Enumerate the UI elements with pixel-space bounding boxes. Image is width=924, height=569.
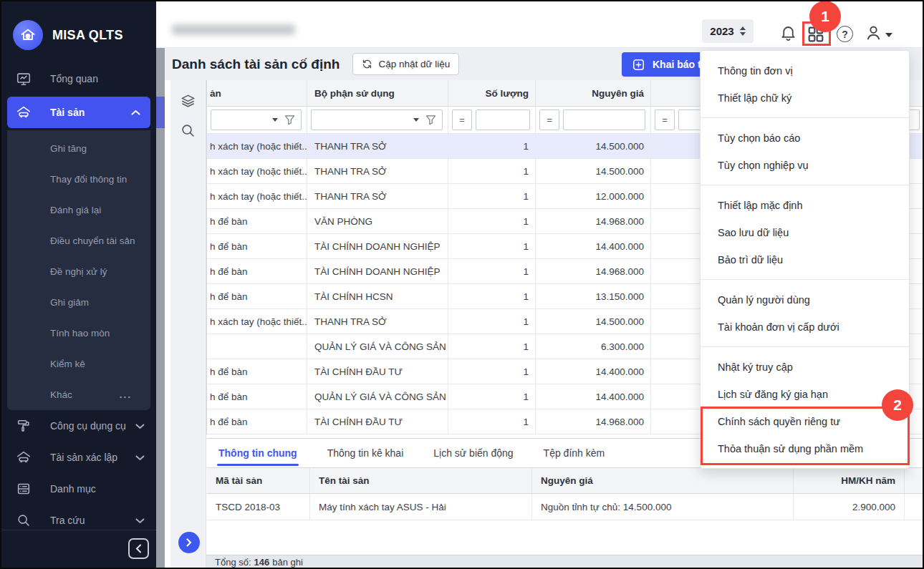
cell-department[interactable]: THANH TRA SỞ [307, 309, 448, 334]
submenu-item-danh-gia-lai[interactable]: Đánh giá lại [7, 195, 150, 225]
menu-item-sao-luu-du-lieu[interactable]: Sao lưu dữ liệu [701, 219, 909, 246]
cell-asset-name[interactable]: h xách tay (hoặc thiết... [207, 159, 307, 184]
cell-quantity[interactable]: 1 [448, 384, 536, 409]
funnel-icon[interactable] [284, 115, 295, 125]
cell-asset-name[interactable]: h để bàn [207, 359, 307, 384]
cell-asset-name[interactable]: h để bàn [207, 234, 307, 259]
sidebar-collapse-button[interactable] [128, 538, 149, 559]
fiscal-year-selector[interactable]: 2023 [702, 19, 754, 43]
cell-asset-name[interactable]: h xách tay (hoặc thiết... [207, 309, 307, 334]
col-header-cost[interactable]: Nguyên giá [536, 80, 651, 107]
cell-asset-name[interactable]: h để bàn [207, 409, 307, 434]
cell-quantity[interactable]: 1 [448, 159, 536, 184]
tab-lich-su-bien-dong[interactable]: Lịch sử biến động [433, 447, 513, 459]
menu-item-thoa-thuan-su-dung-phan-mem[interactable]: Thỏa thuận sử dụng phần mềm [701, 435, 909, 462]
cell-cost[interactable]: 14.400.000 [536, 384, 651, 409]
submenu-item-dieu-chuyen-tai-san[interactable]: Điều chuyển tài sản [7, 225, 150, 256]
layers-icon[interactable] [180, 93, 196, 110]
cell-cost[interactable]: 14.968.000 [536, 209, 651, 234]
cell-cost[interactable]: 14.400.000 [536, 234, 651, 259]
detail-cell-asset-name[interactable]: Máy tính xách tay ASUS - Hải [310, 494, 532, 520]
cell-department[interactable]: VĂN PHÒNG [307, 209, 448, 234]
user-menu-caret-icon[interactable] [885, 33, 892, 37]
menu-item-nhat-ky-truy-cap[interactable]: Nhật ký truy cập [701, 354, 909, 381]
cell-asset-name[interactable]: h xách tay (hoặc thiết... [207, 184, 307, 209]
detail-cell-extra[interactable] [905, 494, 924, 520]
equals-operator[interactable]: = [452, 110, 472, 130]
cell-asset-name[interactable] [207, 334, 307, 359]
sidebar-item-cong-cu-dung-cu[interactable]: Công cụ dụng cụ [1, 410, 156, 442]
cell-quantity[interactable]: 1 [448, 209, 536, 234]
menu-item-tai-khoan-don-vi-cap-duoi[interactable]: Tài khoản đơn vị cấp dưới [701, 313, 909, 341]
cell-department[interactable]: TÀI CHÍNH HCSN [307, 284, 448, 309]
sidebar-item-tra-cuu[interactable]: Tra cứu [1, 505, 156, 536]
submenu-item-de-nghi-xu-ly[interactable]: Đề nghị xử lý [7, 256, 150, 287]
menu-item-chinh-sach-quyen-rieng-tu[interactable]: Chính sách quyền riêng tư [701, 408, 909, 435]
cell-asset-name[interactable]: h để bàn [207, 209, 307, 234]
menu-item-lich-su-dang-ky-gia-han[interactable]: Lịch sử đăng ký gia hạn [701, 381, 909, 408]
col-header-department[interactable]: Bộ phận sử dụng [307, 80, 448, 107]
cell-quantity[interactable]: 1 [448, 184, 536, 209]
notifications-bell-icon[interactable] [779, 23, 797, 42]
user-avatar-icon[interactable] [864, 23, 883, 43]
cell-cost[interactable]: 12.000.000 [536, 184, 651, 209]
help-icon[interactable]: ? [837, 26, 853, 42]
cell-quantity[interactable]: 1 [448, 259, 536, 284]
cell-department[interactable]: TÀI CHÍNH DOANH NGHIỆP [307, 234, 448, 259]
cell-cost[interactable]: 6.300.000 [536, 334, 651, 359]
year-spinner-icon[interactable] [740, 26, 746, 36]
sidebar-item-tai-san[interactable]: Tài sản [7, 97, 150, 128]
cell-cost[interactable]: 14.968.000 [536, 259, 651, 284]
submenu-item-ghi-giam[interactable]: Ghi giảm [7, 287, 150, 318]
filter-input[interactable] [476, 110, 530, 130]
menu-item-quan-ly-nguoi-dung[interactable]: Quản lý người dùng [701, 286, 909, 313]
dropdown-caret-icon[interactable] [413, 118, 419, 122]
submenu-item-thay-doi-thong-tin[interactable]: Thay đổi thông tin [7, 164, 150, 195]
detail-cell-depreciation[interactable]: 2.900.000 [794, 494, 905, 520]
cell-department[interactable]: TÀI CHÍNH ĐẦU TƯ [307, 409, 448, 434]
refresh-data-button[interactable]: Cập nhật dữ liệu [352, 53, 459, 75]
detail-cell-asset-code[interactable]: TSCD 2018-03 [207, 494, 310, 520]
submenu-item-ghi-tang[interactable]: Ghi tăng [7, 133, 150, 164]
submenu-item-khac[interactable]: Khác ... [7, 379, 150, 410]
dropdown-caret-icon[interactable] [272, 118, 278, 122]
cell-asset-name[interactable]: h để bàn [207, 384, 307, 409]
filter-input[interactable] [311, 110, 443, 130]
menu-item-tuy-chon-nghiep-vu[interactable]: Tùy chọn nghiệp vụ [701, 152, 909, 179]
cell-cost[interactable]: 14.500.000 [536, 309, 651, 334]
cell-asset-name[interactable]: h để bàn [207, 284, 307, 309]
cell-quantity[interactable]: 1 [448, 309, 536, 334]
expand-panel-button[interactable] [178, 532, 200, 553]
cell-cost[interactable]: 14.968.000 [536, 409, 651, 434]
cell-department[interactable]: THANH TRA SỞ [307, 184, 448, 209]
cell-asset-name[interactable]: h để bàn [207, 259, 307, 284]
menu-item-thiet-lap-chu-ky[interactable]: Thiết lập chữ ký [701, 84, 909, 112]
cell-quantity[interactable]: 1 [448, 234, 536, 259]
cell-department[interactable]: THANH TRA SỞ [307, 159, 448, 184]
filter-input[interactable] [211, 110, 302, 130]
menu-item-thong-tin-don-vi[interactable]: Thông tin đơn vị [701, 57, 909, 84]
cell-cost[interactable]: 14.500.000 [536, 134, 651, 159]
cell-quantity[interactable]: 1 [448, 409, 536, 434]
submenu-item-kiem-ke[interactable]: Kiểm kê [7, 349, 150, 379]
cell-department[interactable]: THANH TRA SỞ [307, 134, 448, 159]
menu-item-tuy-chon-bao-cao[interactable]: Tùy chọn báo cáo [701, 125, 909, 152]
cell-cost[interactable]: 14.400.000 [536, 359, 651, 384]
cell-department[interactable]: TÀI CHÍNH DOANH NGHIỆP [307, 259, 448, 284]
equals-operator[interactable]: = [539, 110, 559, 130]
cell-asset-name[interactable]: h xách tay (hoặc thiết... [207, 134, 307, 159]
detail-data-row[interactable]: TSCD 2018-03 Máy tính xách tay ASUS - Hả… [207, 494, 924, 520]
filter-input[interactable] [563, 110, 645, 130]
sidebar-item-tai-san-xac-lap[interactable]: Tài sản xác lập [1, 442, 156, 473]
cell-cost[interactable]: 14.500.000 [536, 159, 651, 184]
tab-thong-tin-chung[interactable]: Thông tin chung [218, 447, 297, 459]
funnel-icon[interactable] [425, 115, 436, 125]
tab-tep-dinh-kem[interactable]: Tệp đính kèm [544, 447, 605, 459]
cell-quantity[interactable]: 1 [448, 359, 536, 384]
sidebar-item-danh-muc[interactable]: Danh mục [1, 473, 156, 505]
submenu-item-tinh-hao-mon[interactable]: Tính hao mòn [7, 318, 150, 349]
cell-quantity[interactable]: 1 [448, 334, 536, 359]
search-icon[interactable] [180, 122, 196, 139]
cell-department[interactable]: QUẢN LÝ GIÁ VÀ CÔNG SẢN [307, 334, 448, 359]
detail-cell-cost[interactable]: Nguồn tỉnh tự chủ: 14.500.000 [532, 494, 794, 520]
